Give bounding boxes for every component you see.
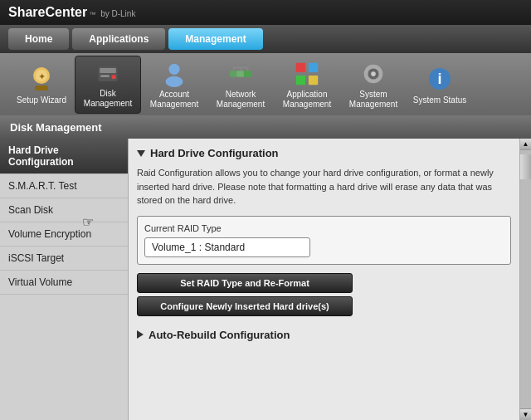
- sidebar-item-smart-test[interactable]: S.M.A.R.T. Test: [0, 174, 128, 198]
- icon-application-management[interactable]: Application Management: [274, 56, 340, 114]
- logo: ShareCenter™ by D-Link: [8, 5, 135, 20]
- disk-management-label: DiskManagement: [84, 89, 132, 109]
- icon-network-management[interactable]: Network Management: [207, 56, 274, 114]
- sidebar-item-iscsi-target[interactable]: iSCSI Target: [0, 247, 128, 271]
- raid-box-label: Current RAID Type: [144, 223, 504, 233]
- setup-wizard-label: Setup Wizard: [17, 95, 66, 105]
- logo-sharecenter: ShareCenter: [8, 5, 87, 20]
- auto-rebuild-title: Auto-Rebuild Configuration: [149, 329, 290, 341]
- svg-text:i: i: [437, 71, 441, 87]
- svg-rect-12: [244, 71, 251, 77]
- sidebar: Hard Drive Configuration S.M.A.R.T. Test…: [0, 139, 129, 420]
- sidebar-item-scan-disk[interactable]: Scan Disk: [0, 198, 128, 222]
- icon-account-management[interactable]: Account Management: [141, 56, 207, 114]
- hard-drive-section-header: Hard Drive Configuration: [137, 147, 511, 159]
- svg-rect-10: [230, 71, 237, 77]
- scrollbar-down-button[interactable]: ▼: [520, 408, 531, 420]
- svg-rect-17: [296, 62, 305, 71]
- hard-drive-arrow[interactable]: [137, 150, 145, 157]
- icon-disk-management[interactable]: DiskManagement: [75, 56, 141, 114]
- content-inner: Hard Drive Configuration Raid Configurat…: [137, 147, 511, 341]
- svg-text:✦: ✦: [38, 71, 46, 81]
- header: ShareCenter™ by D-Link: [0, 0, 531, 25]
- network-management-icon: [226, 60, 256, 88]
- navbar: Home Applications Management: [0, 25, 531, 53]
- setup-wizard-icon: ✦: [27, 64, 56, 94]
- management-button[interactable]: Management: [168, 28, 262, 50]
- icon-system-status[interactable]: i System Status: [407, 56, 473, 114]
- svg-point-23: [371, 71, 376, 76]
- svg-rect-3: [35, 85, 48, 90]
- svg-rect-19: [296, 75, 305, 84]
- disk-management-icon: [93, 61, 123, 87]
- set-raid-button[interactable]: Set RAID Type and Re-Format: [137, 273, 353, 293]
- system-status-icon: i: [425, 64, 455, 94]
- svg-rect-5: [100, 67, 116, 72]
- sidebar-item-virtual-volume[interactable]: Virtual Volume: [0, 271, 128, 295]
- icon-system-management[interactable]: System Management: [340, 56, 407, 114]
- svg-rect-11: [236, 71, 244, 77]
- sidebar-item-hard-drive-config[interactable]: Hard Drive Configuration: [0, 139, 128, 174]
- home-button[interactable]: Home: [8, 28, 69, 50]
- account-management-label: Account Management: [145, 90, 203, 110]
- logo-bylink: by D-Link: [100, 9, 135, 18]
- system-management-label: System Management: [344, 90, 402, 110]
- hard-drive-section-title: Hard Drive Configuration: [150, 147, 279, 159]
- svg-rect-18: [309, 62, 318, 71]
- raid-type-display: Volume_1 : Standard: [144, 237, 310, 257]
- scrollbar-thumb[interactable]: [520, 154, 531, 179]
- application-management-icon: [292, 60, 322, 88]
- svg-point-6: [111, 74, 115, 78]
- icon-setup-wizard[interactable]: ✦ Setup Wizard: [8, 56, 75, 114]
- section-title: Disk Management: [10, 121, 102, 134]
- configure-hdd-button[interactable]: Configure Newly Inserted Hard drive(s): [137, 296, 353, 316]
- svg-point-8: [168, 63, 179, 74]
- scrollbar: ▲ ▼: [519, 139, 531, 420]
- raid-box: Current RAID Type Volume_1 : Standard: [137, 216, 511, 265]
- auto-rebuild-header: Auto-Rebuild Configuration: [137, 329, 511, 341]
- auto-rebuild-arrow[interactable]: [137, 330, 144, 339]
- scrollbar-up-button[interactable]: ▲: [520, 139, 531, 150]
- applications-button[interactable]: Applications: [72, 28, 165, 50]
- section-title-bar: Disk Management: [0, 115, 531, 139]
- content-area: Hard Drive Configuration Raid Configurat…: [129, 139, 531, 420]
- system-status-label: System Status: [413, 95, 466, 105]
- network-management-label: Network Management: [212, 90, 270, 110]
- hard-drive-description: Raid Configuration allows you to change …: [137, 166, 511, 208]
- auto-rebuild-section: Auto-Rebuild Configuration: [137, 329, 511, 341]
- sidebar-item-volume-encryption[interactable]: Volume Encryption: [0, 222, 128, 247]
- system-management-icon: [358, 60, 388, 88]
- application-management-label: Application Management: [278, 90, 336, 110]
- svg-rect-20: [309, 75, 318, 84]
- scrollbar-track: [520, 150, 531, 408]
- main-content: Hard Drive Configuration S.M.A.R.T. Test…: [0, 139, 531, 420]
- svg-rect-7: [100, 75, 110, 76]
- icons-bar: ✦ Setup Wizard DiskManagement Account Ma…: [0, 53, 531, 115]
- account-management-icon: [159, 60, 189, 88]
- svg-point-9: [166, 76, 183, 86]
- logo-tm: ™: [89, 11, 95, 18]
